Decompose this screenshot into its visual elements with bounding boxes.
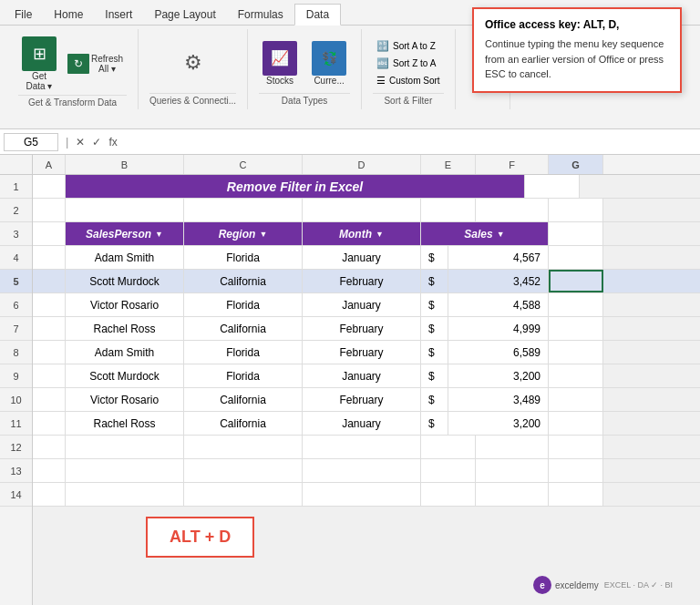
row-header-12[interactable]: 12 bbox=[0, 436, 32, 459]
cell-d5[interactable]: February bbox=[303, 270, 421, 292]
cell-g11[interactable] bbox=[549, 412, 603, 435]
cell-b13[interactable] bbox=[66, 459, 184, 482]
cell-c4[interactable]: Florida bbox=[184, 246, 303, 269]
cell-d11[interactable]: January bbox=[303, 412, 421, 435]
cell-e8-currency[interactable]: $ bbox=[421, 341, 448, 364]
row-header-8[interactable]: 8 bbox=[0, 341, 32, 364]
cell-a3[interactable] bbox=[33, 222, 66, 245]
cell-e13[interactable] bbox=[421, 459, 476, 482]
cell-b2[interactable] bbox=[66, 199, 184, 221]
cell-a9[interactable] bbox=[33, 364, 66, 387]
cell-d4[interactable]: January bbox=[303, 246, 421, 269]
cell-c12[interactable] bbox=[184, 436, 303, 458]
cell-g4[interactable] bbox=[549, 246, 603, 269]
cell-b10[interactable]: Victor Rosario bbox=[66, 388, 184, 411]
cell-f12[interactable] bbox=[476, 436, 549, 458]
cell-b12[interactable] bbox=[66, 436, 184, 458]
cell-e10-currency[interactable]: $ bbox=[421, 388, 448, 411]
cell-g2[interactable] bbox=[549, 199, 603, 221]
cell-d8[interactable]: February bbox=[303, 341, 421, 364]
cell-f8-sales[interactable]: 6,589 bbox=[448, 341, 549, 364]
row-header-14[interactable]: 14 bbox=[0, 483, 32, 507]
col-header-f[interactable]: F bbox=[476, 155, 549, 174]
cell-b6[interactable]: Victor Rosario bbox=[66, 293, 184, 316]
cell-b7[interactable]: Rachel Ross bbox=[66, 317, 184, 340]
cell-f11-sales[interactable]: 3,200 bbox=[448, 412, 549, 435]
tab-page-layout[interactable]: Page Layout bbox=[143, 5, 226, 25]
cell-reference-input[interactable] bbox=[4, 133, 58, 151]
row-header-11[interactable]: 11 bbox=[0, 412, 32, 436]
cell-b11[interactable]: Rachel Ross bbox=[66, 412, 184, 435]
cell-b5[interactable]: Scott Murdock bbox=[66, 270, 184, 292]
cell-f7-sales[interactable]: 4,999 bbox=[448, 317, 549, 340]
cell-c3-region[interactable]: Region ▼ bbox=[184, 222, 303, 245]
cell-a10[interactable] bbox=[33, 388, 66, 411]
row-header-9[interactable]: 9 bbox=[0, 364, 32, 388]
salesperson-dropdown-icon[interactable]: ▼ bbox=[155, 230, 163, 239]
get-data-button[interactable]: ⊞ GetData ▾ bbox=[18, 33, 60, 95]
month-dropdown-icon[interactable]: ▼ bbox=[376, 230, 384, 239]
cell-a4[interactable] bbox=[33, 246, 66, 269]
cell-g8[interactable] bbox=[549, 341, 603, 364]
cell-c2[interactable] bbox=[184, 199, 303, 221]
cell-f6-sales[interactable]: 4,588 bbox=[448, 293, 549, 316]
sales-dropdown-icon[interactable]: ▼ bbox=[497, 230, 505, 239]
cell-c11[interactable]: California bbox=[184, 412, 303, 435]
row-header-10[interactable]: 10 bbox=[0, 388, 32, 412]
col-header-e[interactable]: E bbox=[421, 155, 476, 174]
currencies-button[interactable]: 💱 Curre... bbox=[308, 37, 350, 89]
cell-d7[interactable]: February bbox=[303, 317, 421, 340]
cell-f14[interactable] bbox=[476, 483, 549, 506]
cell-g13[interactable] bbox=[549, 459, 603, 482]
stocks-button[interactable]: 📈 Stocks bbox=[259, 37, 301, 89]
cell-e11-currency[interactable]: $ bbox=[421, 412, 448, 435]
cell-f13[interactable] bbox=[476, 459, 549, 482]
cell-e2[interactable] bbox=[421, 199, 476, 221]
cell-f9-sales[interactable]: 3,200 bbox=[448, 364, 549, 387]
sort-za-button[interactable]: 🔤 Sort Z to A bbox=[373, 56, 444, 71]
cell-e6-currency[interactable]: $ bbox=[421, 293, 448, 316]
row-header-7[interactable]: 7 bbox=[0, 317, 32, 341]
cell-b8[interactable]: Adam Smith bbox=[66, 341, 184, 364]
tab-home[interactable]: Home bbox=[43, 5, 94, 25]
cell-g6[interactable] bbox=[549, 293, 603, 316]
cell-d13[interactable] bbox=[303, 459, 421, 482]
col-header-a[interactable]: A bbox=[33, 155, 66, 174]
cell-d9[interactable]: January bbox=[303, 364, 421, 387]
cell-b9[interactable]: Scott Murdock bbox=[66, 364, 184, 387]
tab-file[interactable]: File bbox=[4, 5, 43, 25]
insert-function-icon[interactable]: fx bbox=[108, 136, 117, 149]
cell-a12[interactable] bbox=[33, 436, 66, 458]
cell-b3-salesperson[interactable]: SalesPerson ▼ bbox=[66, 222, 184, 245]
cell-b4[interactable]: Adam Smith bbox=[66, 246, 184, 269]
cell-a14[interactable] bbox=[33, 483, 66, 506]
cell-c7[interactable]: California bbox=[184, 317, 303, 340]
cell-e3-sales[interactable]: Sales ▼ bbox=[421, 222, 549, 245]
cell-c6[interactable]: Florida bbox=[184, 293, 303, 316]
cell-e9-currency[interactable]: $ bbox=[421, 364, 448, 387]
cell-e12[interactable] bbox=[421, 436, 476, 458]
tab-data[interactable]: Data bbox=[294, 4, 341, 26]
refresh-all-button[interactable]: ↻ RefreshAll ▾ bbox=[64, 50, 127, 77]
cell-a13[interactable] bbox=[33, 459, 66, 482]
cell-a6[interactable] bbox=[33, 293, 66, 316]
custom-sort-button[interactable]: ☰ Custom Sort bbox=[373, 73, 444, 88]
cell-g5-active[interactable] bbox=[549, 270, 603, 292]
row-header-3[interactable]: 3 bbox=[0, 222, 32, 246]
row-header-4[interactable]: 4 bbox=[0, 246, 32, 270]
cell-g1[interactable] bbox=[525, 175, 580, 198]
confirm-formula-icon[interactable]: ✓ bbox=[92, 136, 101, 149]
formula-input[interactable] bbox=[121, 136, 696, 149]
sort-az-button[interactable]: 🔡 Sort A to Z bbox=[373, 38, 444, 54]
cell-f4-sales[interactable]: 4,567 bbox=[448, 246, 549, 269]
cell-a1[interactable] bbox=[33, 175, 66, 198]
row-header-1[interactable]: 1 bbox=[0, 175, 32, 199]
cell-g10[interactable] bbox=[549, 388, 603, 411]
cell-f2[interactable] bbox=[476, 199, 549, 221]
row-header-6[interactable]: 6 bbox=[0, 293, 32, 317]
queries-button[interactable]: ⚙ bbox=[172, 42, 214, 84]
region-dropdown-icon[interactable]: ▼ bbox=[259, 230, 267, 239]
row-header-2[interactable]: 2 bbox=[0, 199, 32, 222]
col-header-g[interactable]: G bbox=[549, 155, 603, 174]
cell-c8[interactable]: Florida bbox=[184, 341, 303, 364]
